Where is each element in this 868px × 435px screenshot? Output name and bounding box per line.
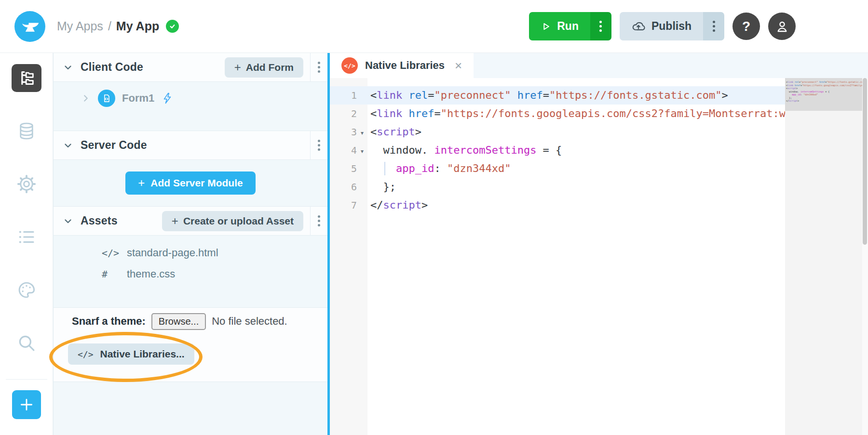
code-line[interactable]: 1<link rel="preconnect" href="https://fo… (330, 86, 785, 105)
native-libraries-button[interactable]: </> Native Libraries... (68, 343, 194, 365)
rail-divider (6, 379, 47, 380)
minimap-viewport[interactable]: <link rel="preconnect" href="https://fon… (785, 78, 862, 111)
code-area[interactable]: 1<link rel="preconnect" href="https://fo… (330, 78, 785, 435)
form-icon (98, 90, 115, 107)
fold-icon[interactable]: ▾ (357, 146, 367, 155)
assets-header: Assets + Create or upload Asset (54, 207, 327, 236)
client-code-header: Client Code + Add Form (54, 53, 327, 82)
server-code-menu-button[interactable] (310, 131, 327, 159)
editor-tab-bar: </> Native Libraries × (330, 53, 868, 78)
run-menu-button[interactable] (590, 12, 611, 40)
client-code-body: Form1 (54, 82, 327, 131)
fold-spacer (357, 113, 367, 115)
chevron-right-icon[interactable] (81, 93, 91, 104)
code-line[interactable]: 7</script> (330, 196, 785, 214)
anvil-ide: My Apps / My App Run (0, 0, 868, 435)
scrollbar-thumb[interactable] (863, 78, 867, 245)
play-icon (541, 21, 551, 32)
close-icon[interactable]: × (455, 59, 462, 72)
code-tag-icon: </> (78, 349, 94, 359)
tool-rail (0, 53, 53, 435)
code-lines: 1<link rel="preconnect" href="https://fo… (330, 86, 785, 214)
settings-tab[interactable] (12, 170, 41, 198)
saved-check-icon (166, 20, 179, 33)
add-server-module-button[interactable]: + Add Server Module (125, 171, 255, 195)
publish-split-button: Publish (620, 12, 724, 40)
add-form-button[interactable]: + Add Form (225, 57, 303, 78)
breadcrumb-app-name: My App (116, 19, 159, 33)
run-button[interactable]: Run (529, 12, 590, 40)
asset-item-standard-page[interactable]: </> standard-page.html (54, 242, 327, 264)
form1-item[interactable]: Form1 (54, 88, 327, 109)
add-panel-button[interactable] (12, 390, 41, 419)
cloud-upload-icon (631, 19, 646, 34)
code-line[interactable]: 4▾ window. intercomSettings = { (330, 141, 785, 159)
list-icon (16, 227, 37, 247)
assets-title: Assets (81, 214, 118, 227)
search-icon (16, 333, 37, 353)
publish-button[interactable]: Publish (620, 12, 703, 40)
anvil-logo-icon[interactable] (14, 11, 45, 42)
app-browser-panel: Client Code + Add Form (53, 53, 327, 435)
search-tab[interactable] (12, 329, 41, 357)
kebab-icon (713, 25, 715, 27)
gear-icon (16, 174, 37, 194)
publish-menu-button[interactable] (703, 12, 724, 40)
kebab-icon (318, 144, 320, 146)
app-browser-icon (17, 68, 36, 88)
plus-icon: + (138, 176, 145, 190)
minimap[interactable]: <link rel="preconnect" href="https://fon… (785, 78, 862, 435)
app-logs-tab[interactable] (12, 223, 41, 251)
tab-title: Native Libraries (365, 59, 445, 72)
code-editor: </> Native Libraries × 1<link rel="preco… (330, 53, 868, 435)
kebab-icon (599, 25, 602, 27)
hash-icon: # (102, 268, 118, 280)
panel-empty-space (54, 382, 327, 435)
chevron-down-icon[interactable] (62, 62, 74, 73)
top-bar: My Apps / My App Run (0, 0, 868, 53)
snarf-theme-label: Snarf a theme: (72, 315, 146, 328)
run-button-label: Run (557, 20, 579, 33)
chevron-down-icon[interactable] (62, 140, 74, 151)
assets-body: </> standard-page.html # theme.css (54, 236, 327, 308)
tab-native-libraries[interactable]: </> Native Libraries × (330, 53, 474, 78)
native-libraries-tab-icon: </> (341, 57, 358, 74)
code-line[interactable]: 3▾<script> (330, 123, 785, 141)
code-line[interactable]: 6 }; (330, 178, 785, 196)
assets-menu-button[interactable] (310, 207, 327, 235)
account-button[interactable] (768, 13, 796, 40)
server-code-body: + Add Server Module (54, 160, 327, 207)
fold-spacer (357, 168, 367, 170)
form1-label: Form1 (122, 92, 154, 105)
topbar-actions: Run Publish ? (529, 12, 796, 40)
theme-tab[interactable] (12, 276, 41, 304)
database-icon (16, 121, 37, 141)
code-line[interactable]: 5 app_id: "dzn344xd" (330, 159, 785, 178)
breadcrumb-my-apps[interactable]: My Apps (57, 19, 103, 33)
fold-icon[interactable]: ▾ (357, 128, 367, 136)
code-line[interactable]: 2<link href="https://fonts.googleapis.co… (330, 105, 785, 123)
plus-icon: + (172, 214, 178, 228)
startup-lightning-icon (161, 92, 174, 105)
asset-item-theme-css[interactable]: # theme.css (54, 264, 327, 285)
server-code-header: Server Code (54, 131, 327, 160)
fold-spacer (357, 186, 367, 188)
data-tables-tab[interactable] (12, 117, 41, 145)
fold-spacer (357, 205, 367, 206)
native-libraries-area: </> Native Libraries... (54, 335, 327, 382)
chevron-down-icon[interactable] (62, 215, 74, 227)
editor-scrollbar[interactable] (862, 78, 868, 435)
palette-icon (16, 280, 37, 300)
browse-button[interactable]: Browse... (151, 313, 206, 330)
plus-icon (18, 396, 35, 413)
app-browser-tab[interactable] (12, 64, 41, 92)
plus-icon: + (234, 61, 241, 74)
person-icon (774, 19, 790, 34)
snarf-theme-row: Snarf a theme: Browse... No file selecte… (54, 308, 327, 335)
create-or-upload-asset-button[interactable]: + Create or upload Asset (162, 211, 303, 231)
client-code-menu-button[interactable] (310, 53, 327, 81)
publish-button-label: Publish (651, 20, 692, 33)
help-button[interactable]: ? (732, 13, 760, 40)
kebab-icon (318, 220, 320, 222)
server-code-title: Server Code (81, 139, 147, 152)
